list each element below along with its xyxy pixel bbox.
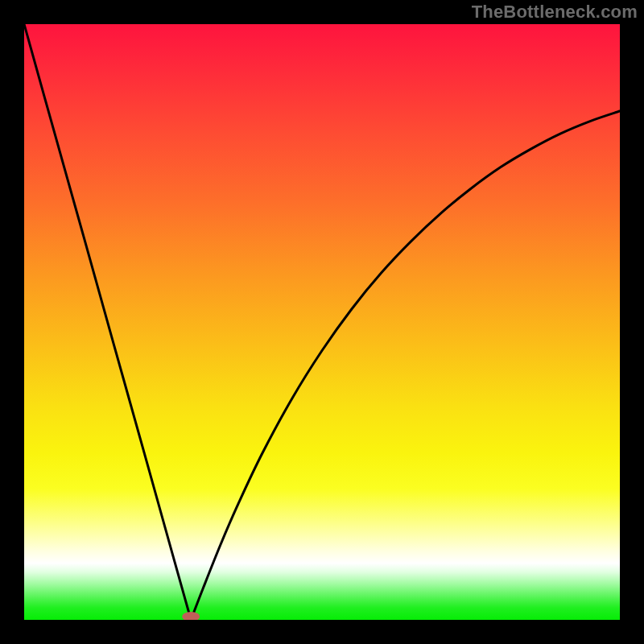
minimum-marker <box>182 612 200 620</box>
plot-area <box>24 24 620 620</box>
chart-canvas: TheBottleneck.com <box>0 0 644 644</box>
chart-svg <box>24 24 620 620</box>
bottleneck-curve <box>24 24 620 620</box>
watermark-text: TheBottleneck.com <box>472 2 638 23</box>
